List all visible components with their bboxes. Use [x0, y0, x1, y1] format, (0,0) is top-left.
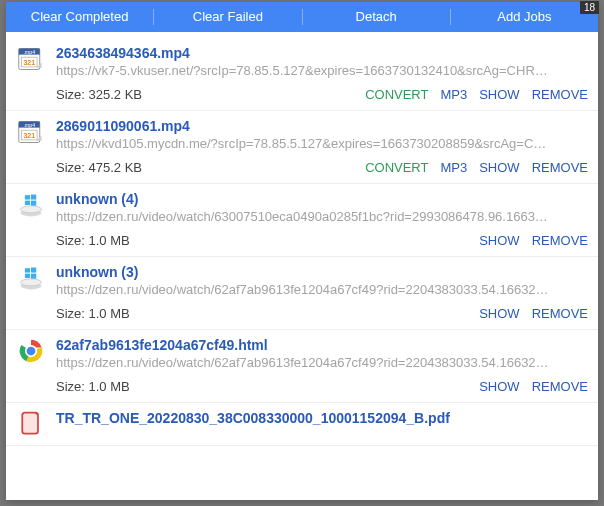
- svg-text:321: 321: [23, 59, 35, 66]
- download-item: .mp43212634638494364.mp4https://vk7-5.vk…: [6, 38, 598, 111]
- toolbar: Clear Completed Clear Failed Detach Add …: [6, 2, 598, 32]
- file-name[interactable]: 2869011090061.mp4: [56, 117, 588, 135]
- clear-completed-button[interactable]: Clear Completed: [6, 2, 153, 32]
- item-actions: SHOWREMOVE: [479, 233, 588, 248]
- download-item: .mp43212869011090061.mp4https://vkvd105.…: [6, 111, 598, 184]
- add-jobs-button[interactable]: Add Jobs: [451, 2, 598, 32]
- detach-button[interactable]: Detach: [303, 2, 450, 32]
- item-actions: CONVERTMP3SHOWREMOVE: [365, 87, 588, 102]
- svg-rect-22: [25, 274, 30, 278]
- remove-button[interactable]: REMOVE: [532, 233, 588, 248]
- mp3-button[interactable]: MP3: [440, 87, 467, 102]
- file-url: https://dzen.ru/video/watch/62af7ab9613f…: [56, 354, 588, 371]
- win-file-icon: [16, 190, 46, 220]
- svg-rect-28: [22, 413, 38, 434]
- download-item: TR_TR_ONE_20220830_38C008330000_10001152…: [6, 403, 598, 446]
- convert-button[interactable]: CONVERT: [365, 160, 428, 175]
- mp4-file-icon: .mp4321: [16, 44, 46, 74]
- remove-button[interactable]: REMOVE: [532, 87, 588, 102]
- file-size: Size: 1.0 MB: [56, 306, 479, 321]
- file-size: Size: 1.0 MB: [56, 233, 479, 248]
- mp3-button[interactable]: MP3: [440, 160, 467, 175]
- svg-rect-21: [31, 268, 36, 273]
- file-url: https://vkvd105.mycdn.me/?srcIp=78.85.5.…: [56, 135, 588, 152]
- svg-text:321: 321: [23, 132, 35, 139]
- file-name[interactable]: 62af7ab9613fe1204a67cf49.html: [56, 336, 588, 354]
- file-url: https://dzen.ru/video/watch/62af7ab9613f…: [56, 281, 588, 298]
- show-button[interactable]: SHOW: [479, 233, 519, 248]
- item-actions: CONVERTMP3SHOWREMOVE: [365, 160, 588, 175]
- svg-text:.mp4: .mp4: [23, 49, 35, 55]
- show-button[interactable]: SHOW: [479, 306, 519, 321]
- remove-button[interactable]: REMOVE: [532, 306, 588, 321]
- show-button[interactable]: SHOW: [479, 160, 519, 175]
- file-size: Size: 325.2 KB: [56, 87, 365, 102]
- download-item: unknown (3)https://dzen.ru/video/watch/6…: [6, 257, 598, 330]
- svg-point-19: [21, 279, 42, 286]
- svg-point-13: [21, 206, 42, 213]
- download-panel: Clear Completed Clear Failed Detach Add …: [6, 2, 598, 500]
- clear-failed-button[interactable]: Clear Failed: [154, 2, 301, 32]
- show-button[interactable]: SHOW: [479, 87, 519, 102]
- chrome-file-icon: [16, 336, 46, 366]
- file-size: Size: 1.0 MB: [56, 379, 479, 394]
- item-actions: SHOWREMOVE: [479, 379, 588, 394]
- svg-rect-14: [25, 195, 30, 199]
- file-url: https://dzen.ru/video/watch/63007510eca0…: [56, 208, 588, 225]
- win-file-icon: [16, 263, 46, 293]
- convert-button[interactable]: CONVERT: [365, 87, 428, 102]
- downloads-list[interactable]: .mp43212634638494364.mp4https://vk7-5.vk…: [6, 32, 598, 500]
- show-button[interactable]: SHOW: [479, 379, 519, 394]
- svg-rect-17: [31, 201, 36, 206]
- svg-rect-15: [31, 195, 36, 200]
- download-item: 62af7ab9613fe1204a67cf49.htmlhttps://dze…: [6, 330, 598, 403]
- file-url: https://vk7-5.vkuser.net/?srcIp=78.85.5.…: [56, 62, 588, 79]
- mp4-file-icon: .mp4321: [16, 117, 46, 147]
- item-actions: SHOWREMOVE: [479, 306, 588, 321]
- remove-button[interactable]: REMOVE: [532, 379, 588, 394]
- file-name[interactable]: 2634638494364.mp4: [56, 44, 588, 62]
- pdf-file-icon: [16, 409, 46, 439]
- svg-rect-16: [25, 201, 30, 205]
- svg-rect-23: [31, 274, 36, 279]
- download-item: unknown (4)https://dzen.ru/video/watch/6…: [6, 184, 598, 257]
- jobs-count-badge: 18: [580, 1, 599, 14]
- file-name[interactable]: TR_TR_ONE_20220830_38C008330000_10001152…: [56, 409, 588, 427]
- svg-rect-20: [25, 268, 30, 272]
- file-size: Size: 475.2 KB: [56, 160, 365, 175]
- svg-text:.mp4: .mp4: [23, 122, 35, 128]
- file-name[interactable]: unknown (3): [56, 263, 588, 281]
- file-name[interactable]: unknown (4): [56, 190, 588, 208]
- remove-button[interactable]: REMOVE: [532, 160, 588, 175]
